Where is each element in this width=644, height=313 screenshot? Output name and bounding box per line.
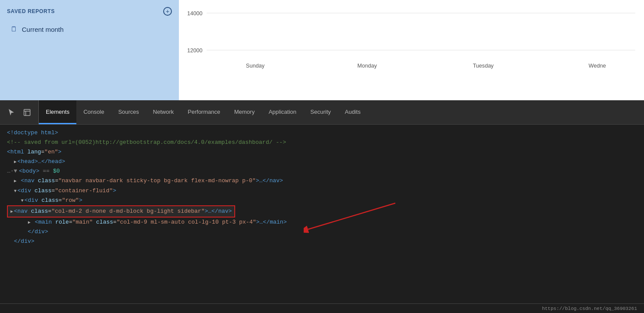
y-label-12000: 12000: [188, 47, 202, 54]
add-report-button[interactable]: +: [163, 7, 172, 16]
code-line-doctype: <!doctype html>: [7, 128, 637, 138]
devtools-tabs: Elements Console Sources Network Perform…: [0, 100, 644, 125]
tab-audits[interactable]: Audits: [338, 100, 367, 124]
sidebar: SAVED REPORTS + 🗒 Current month: [0, 0, 179, 100]
code-line-nav-selected-wrapper: ▶<nav class="col-md-2 d-none d-md-block …: [7, 205, 637, 218]
cursor-icon-button[interactable]: [5, 106, 17, 119]
chart-svg: 14000 12000 Sunday Monday Tuesday Wedne: [188, 4, 635, 100]
x-label-tuesday: Tuesday: [473, 62, 494, 69]
top-section: SAVED REPORTS + 🗒 Current month 14000 12…: [0, 0, 644, 100]
sidebar-item-current-month[interactable]: 🗒 Current month: [7, 23, 172, 36]
y-label-14000: 14000: [188, 10, 202, 17]
tab-security[interactable]: Security: [303, 100, 338, 124]
code-line-body: …·▼<body> == $0: [7, 167, 637, 176]
code-line-head: ▶<head>…</head>: [7, 157, 637, 167]
tab-sources[interactable]: Sources: [111, 100, 146, 124]
tab-application[interactable]: Application: [262, 100, 304, 124]
code-line-nav: ▶ <nav class="navbar navbar-dark sticky-…: [7, 176, 637, 186]
tab-elements[interactable]: Elements: [39, 100, 76, 124]
x-label-monday: Monday: [357, 62, 377, 69]
x-label-wednesday: Wedne: [589, 62, 606, 69]
code-line-comment: <!-- saved from url=(0052)http://getboot…: [7, 138, 637, 147]
saved-reports-header: SAVED REPORTS +: [7, 7, 172, 16]
tab-network[interactable]: Network: [146, 100, 181, 124]
tab-performance[interactable]: Performance: [181, 100, 227, 124]
code-line-div-close2: </div>: [7, 237, 637, 246]
inspector-icon-button[interactable]: [21, 106, 33, 119]
document-icon: 🗒: [10, 25, 17, 33]
svg-line-4: [308, 203, 395, 229]
status-url: https://blog.csdn.net/qq_36903261: [542, 306, 637, 311]
chart-area: 14000 12000 Sunday Monday Tuesday Wedne: [179, 0, 644, 100]
saved-reports-title: SAVED REPORTS: [7, 8, 55, 14]
code-line-html: <html lang="en">: [7, 147, 637, 157]
devtools-panel: Elements Console Sources Network Perform…: [0, 100, 644, 313]
status-bar: https://blog.csdn.net/qq_36903261: [0, 303, 644, 313]
code-line-nav-sidebar: ▶<nav class="col-md-2 d-none d-md-block …: [7, 205, 235, 218]
devtools-content[interactable]: <!doctype html> <!-- saved from url=(005…: [0, 125, 644, 313]
code-line-container: ▼<div class="container-fluid">: [7, 186, 637, 196]
arrow-svg: [304, 201, 400, 236]
x-label-sunday: Sunday: [246, 62, 265, 69]
tab-console[interactable]: Console: [76, 100, 111, 124]
sidebar-item-label: Current month: [22, 26, 64, 33]
red-arrow: [304, 201, 400, 238]
tab-memory[interactable]: Memory: [227, 100, 262, 124]
svg-rect-2: [24, 109, 30, 116]
devtools-icons: [0, 100, 39, 124]
